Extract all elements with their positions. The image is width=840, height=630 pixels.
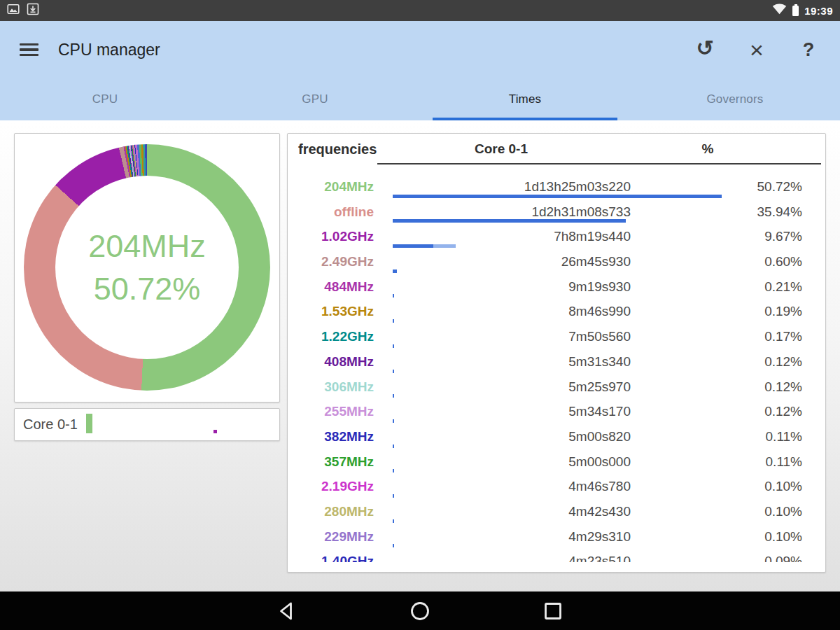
navigation-bar (0, 592, 840, 630)
time-value: 5m31s340 (393, 349, 631, 374)
percent-value: 0.60% (711, 249, 802, 274)
time-value: 7m50s560 (393, 324, 631, 349)
percent-value: 0.12% (711, 399, 802, 424)
time-value: 5m25s970 (393, 374, 631, 400)
times-table-card: frequencies Core 0-1 % 204MHz1d13h25m03s… (287, 133, 826, 573)
app-bar: CPU manager ↺ × ? (0, 21, 840, 78)
table-row[interactable]: 280MHz4m42s4300.10% (288, 499, 825, 524)
percent-value: 0.10% (711, 474, 802, 499)
usage-bar (393, 344, 394, 348)
tab-governors[interactable]: Governors (630, 78, 840, 120)
usage-bar (393, 219, 626, 223)
table-row[interactable]: 1.02GHz7h8m19s4409.67% (288, 224, 825, 249)
usage-bar (393, 419, 394, 423)
percent-value: 9.67% (711, 224, 802, 249)
table-row[interactable]: 306MHz5m25s9700.12% (288, 374, 825, 400)
table-row[interactable]: 2.19GHz4m46s7800.10% (288, 474, 825, 499)
table-row[interactable]: 204MHz1d13h25m03s22050.72% (288, 174, 825, 200)
donut-chart: 204MHz 50.72% (24, 144, 270, 391)
frequency-label: 306MHz (288, 374, 374, 400)
percent-value: 50.72% (711, 174, 802, 200)
table-row[interactable]: 1.40GHz4m23s5100.09% (288, 549, 825, 562)
status-notification-icons (7, 3, 39, 18)
frequency-label: 2.49GHz (288, 249, 374, 274)
frequency-label: 2.19GHz (288, 474, 374, 499)
home-icon (409, 600, 431, 622)
time-value: 4m46s780 (393, 474, 631, 499)
usage-bar (393, 494, 394, 498)
frequency-label: 1.22GHz (288, 324, 374, 349)
time-value: 4m29s310 (393, 524, 631, 550)
close-button[interactable]: × (745, 38, 769, 62)
frequency-label: 255MHz (288, 399, 374, 424)
hamburger-icon (20, 43, 38, 46)
table-header: frequencies Core 0-1 % (288, 134, 825, 164)
table-row[interactable]: 484MHz9m19s9300.21% (288, 274, 825, 300)
percent-value: 0.11% (711, 424, 802, 449)
close-icon: × (750, 38, 764, 62)
tab-times[interactable]: Times (420, 78, 630, 120)
table-row[interactable]: 229MHz4m29s3100.10% (288, 524, 825, 550)
appbar-actions: ↺ × ? (693, 38, 820, 62)
time-value: 9m19s930 (393, 274, 631, 300)
table-row[interactable]: 382MHz5m00s8200.11% (288, 424, 825, 449)
percent-value: 0.19% (711, 299, 802, 324)
frequency-label: 382MHz (288, 424, 374, 449)
recents-button[interactable] (542, 600, 564, 622)
screen: 19:39 CPU manager ↺ × ? CPU GPU Times Go… (0, 0, 840, 630)
frequency-label: 229MHz (288, 524, 374, 550)
frequency-label: 1.02GHz (288, 224, 374, 249)
tab-bar: CPU GPU Times Governors (0, 78, 840, 120)
menu-button[interactable] (20, 43, 38, 57)
time-value: 8m46s990 (393, 299, 631, 324)
percent-value: 0.10% (711, 499, 802, 524)
tab-gpu[interactable]: GPU (210, 78, 420, 120)
status-clock: 19:39 (804, 5, 833, 17)
table-row[interactable]: 408MHz5m31s3400.12% (288, 349, 825, 374)
frequency-label: 484MHz (288, 274, 374, 300)
percent-value: 0.12% (711, 374, 802, 400)
time-value: 4m42s430 (393, 499, 631, 524)
frequency-label: 280MHz (288, 499, 374, 524)
back-button[interactable] (276, 600, 298, 622)
mini-bar-green (86, 414, 92, 433)
undo-button[interactable]: ↺ (693, 38, 717, 62)
usage-bar (393, 294, 394, 298)
battery-icon (792, 6, 799, 16)
frequency-label: 408MHz (288, 349, 374, 374)
percent-value: 0.17% (711, 324, 802, 349)
table-row[interactable]: 1.22GHz7m50s5600.17% (288, 324, 825, 349)
wifi-icon (772, 4, 787, 18)
page-title: CPU manager (58, 41, 160, 59)
help-icon: ? (803, 41, 815, 59)
time-value: 5m00s000 (393, 449, 631, 475)
frequency-label: 357MHz (288, 449, 374, 475)
frequency-table[interactable]: 204MHz1d13h25m03s22050.72%offline1d2h31m… (288, 164, 825, 562)
percent-value: 0.09% (711, 549, 802, 562)
donut-card: 204MHz 50.72% (14, 133, 280, 402)
core-mini-card[interactable]: Core 0-1 (14, 408, 280, 441)
usage-bar (393, 195, 722, 198)
percent-value: 35.94% (711, 200, 802, 225)
header-percent: % (680, 134, 736, 164)
usage-bar (393, 469, 394, 472)
table-row[interactable]: offline1d2h31m08s73335.94% (288, 200, 825, 225)
table-row[interactable]: 2.49GHz26m45s9300.60% (288, 249, 825, 274)
percent-value: 0.10% (711, 524, 802, 550)
core-label: Core 0-1 (23, 409, 78, 440)
table-row[interactable]: 1.53GHz8m46s9900.19% (288, 299, 825, 324)
header-core: Core 0-1 (431, 134, 571, 164)
table-row[interactable]: 357MHz5m00s0000.11% (288, 449, 825, 475)
usage-bar (393, 444, 394, 448)
frequency-label: offline (288, 200, 374, 225)
table-row[interactable]: 255MHz5m34s1700.12% (288, 399, 825, 424)
center-percent: 50.72% (94, 273, 201, 304)
status-system-icons: 19:39 (772, 4, 833, 18)
percent-value: 0.12% (711, 349, 802, 374)
home-button[interactable] (409, 600, 431, 622)
screenshot-icon (7, 3, 20, 18)
tab-cpu[interactable]: CPU (0, 78, 210, 120)
help-button[interactable]: ? (797, 38, 820, 62)
undo-icon: ↺ (696, 38, 713, 59)
usage-bar (393, 519, 394, 523)
